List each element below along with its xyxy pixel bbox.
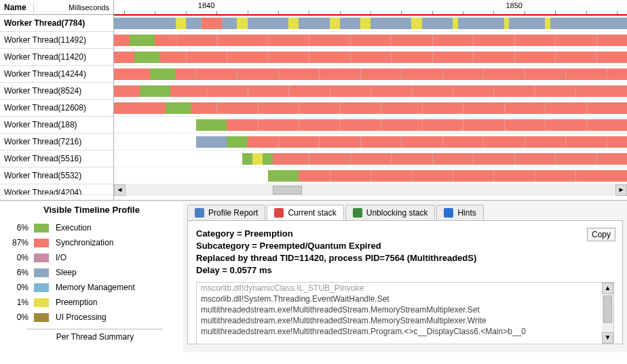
segment-pre[interactable]	[411, 18, 421, 29]
segment-exec[interactable]	[263, 153, 273, 165]
legend-row[interactable]: 0%Memory Management	[7, 280, 176, 295]
copy-button[interactable]: Copy	[587, 228, 615, 241]
stack-frame[interactable]: mscorlib.dll!dynamicClass.IL_STUB_PInvok…	[197, 283, 613, 294]
scroll-left-button[interactable]: ◄	[114, 184, 126, 196]
segment-exec[interactable]	[196, 119, 227, 131]
tab-hints[interactable]: Hints	[436, 205, 483, 220]
thread-row[interactable]: Worker Thread(188)	[0, 117, 113, 134]
timeline-lane[interactable]	[114, 134, 627, 150]
segment-pre[interactable]	[545, 18, 550, 29]
thread-row[interactable]: Worker Thread(14244)	[0, 66, 113, 83]
segment-exec[interactable]	[130, 35, 155, 46]
tab-unblocking-stack[interactable]: Unblocking stack	[345, 205, 436, 220]
stack-frame[interactable]: multithreadedstream.exe!MultithreadedStr…	[197, 326, 613, 337]
segment-sleep[interactable]	[509, 18, 545, 29]
legend-swatch	[34, 224, 49, 232]
header-name[interactable]: Name	[0, 3, 34, 12]
time-ruler[interactable]: 18401850	[114, 0, 627, 15]
stack-frame[interactable]: multithreadedstream.exe!MultithreadedStr…	[197, 315, 613, 326]
timeline-lane[interactable]	[114, 167, 627, 184]
segment-sync[interactable]	[248, 136, 627, 148]
timeline-lane[interactable]	[114, 100, 627, 117]
segment-sleep[interactable]	[458, 18, 504, 29]
scroll-thumb[interactable]	[273, 186, 302, 195]
thread-row[interactable]: Worker Thread(8524)	[0, 83, 113, 100]
thread-row[interactable]: Worker Thread(12608)	[0, 100, 113, 117]
segment-exec[interactable]	[268, 170, 299, 182]
horizontal-scrollbar[interactable]: ◄ ►	[114, 184, 627, 196]
segment-pre[interactable]	[237, 18, 247, 29]
segment-sync[interactable]	[114, 102, 166, 114]
thread-row[interactable]: Worker Thread(11420)	[0, 49, 113, 66]
segment-exec[interactable]	[166, 102, 191, 114]
segment-sync[interactable]	[299, 170, 627, 182]
timeline-area[interactable]: 18401850 ◄ ►	[114, 0, 627, 200]
segment-sleep[interactable]	[299, 18, 329, 29]
thread-row[interactable]: Worker Thread(5516)	[0, 150, 113, 167]
segment-sleep[interactable]	[340, 18, 360, 29]
tab-current-stack[interactable]: Current stack	[267, 205, 343, 220]
timeline-lane[interactable]	[114, 83, 627, 100]
segment-sync[interactable]	[191, 102, 627, 114]
segment-sync[interactable]	[170, 85, 627, 97]
thread-row[interactable]: Worker Thread(7784)	[0, 15, 113, 32]
segment-pre[interactable]	[504, 18, 510, 29]
timeline-lane[interactable]	[114, 66, 627, 83]
segment-sync[interactable]	[227, 119, 627, 131]
segment-sync[interactable]	[273, 153, 627, 165]
stack-vertical-scrollbar[interactable]: ▲ ▼	[602, 283, 613, 344]
segment-sleep[interactable]	[248, 18, 288, 29]
segment-exec[interactable]	[150, 68, 176, 80]
legend-row[interactable]: 6%Execution	[7, 220, 176, 235]
timeline-lane[interactable]	[114, 15, 627, 32]
segment-sleep[interactable]	[196, 136, 227, 148]
stack-scroll-up[interactable]: ▲	[602, 283, 613, 294]
segment-exec[interactable]	[227, 136, 247, 148]
legend-row[interactable]: 0%UI Processing	[7, 310, 176, 325]
segment-pre[interactable]	[360, 18, 370, 29]
legend-row[interactable]: 0%I/O	[7, 250, 176, 265]
tab-label: Unblocking stack	[366, 208, 428, 218]
thread-row[interactable]: Worker Thread(4204)	[0, 184, 113, 195]
segment-pre[interactable]	[288, 18, 299, 29]
per-thread-summary-link[interactable]: Per Thread Summary	[27, 329, 163, 342]
legend-row[interactable]: 6%Sleep	[7, 265, 176, 280]
segment-exec[interactable]	[134, 52, 160, 63]
segment-exec[interactable]	[140, 85, 170, 97]
timeline-lane[interactable]	[114, 117, 627, 134]
segment-sleep[interactable]	[370, 18, 411, 29]
stack-scroll-down[interactable]: ▼	[602, 332, 613, 344]
header-milliseconds[interactable]: Milliseconds	[34, 3, 113, 12]
segment-sleep[interactable]	[222, 18, 238, 29]
legend-row[interactable]: 87%Synchronization	[7, 235, 176, 250]
segment-sync[interactable]	[202, 18, 222, 29]
timeline-lane[interactable]	[114, 49, 627, 66]
tab-profile-report[interactable]: Profile Report	[187, 205, 265, 220]
segment-pre[interactable]	[453, 18, 458, 29]
segment-pre[interactable]	[252, 153, 263, 165]
thread-row[interactable]: Worker Thread(5532)	[0, 167, 113, 184]
timeline-lane[interactable]	[114, 32, 627, 49]
segment-sleep[interactable]	[114, 18, 176, 29]
thread-row[interactable]: Worker Thread(11492)	[0, 32, 113, 49]
segment-pre[interactable]	[176, 18, 186, 29]
segment-sync[interactable]	[160, 52, 627, 63]
stack-scroll-thumb[interactable]	[603, 296, 612, 323]
scroll-right-button[interactable]: ►	[615, 184, 627, 196]
timeline-lane[interactable]	[114, 150, 627, 167]
legend-row[interactable]: 1%Preemption	[7, 295, 176, 310]
scroll-track[interactable]	[126, 184, 615, 196]
segment-sync[interactable]	[114, 85, 140, 97]
segment-sleep[interactable]	[550, 18, 627, 29]
stack-frame[interactable]: mscorlib.dll!System.Threading.EventWaitH…	[197, 294, 613, 304]
segment-pre[interactable]	[330, 18, 340, 29]
stack-frame[interactable]: multithreadedstream.exe!MultithreadedStr…	[197, 304, 613, 315]
segment-sleep[interactable]	[422, 18, 453, 29]
segment-sync[interactable]	[114, 52, 134, 63]
stack-listbox[interactable]: mscorlib.dll!dynamicClass.IL_STUB_PInvok…	[196, 282, 614, 344]
segment-sleep[interactable]	[186, 18, 202, 29]
segment-sync[interactable]	[114, 35, 130, 46]
segment-exec[interactable]	[242, 153, 252, 165]
thread-row[interactable]: Worker Thread(7216)	[0, 134, 113, 150]
segment-sync[interactable]	[114, 68, 150, 80]
